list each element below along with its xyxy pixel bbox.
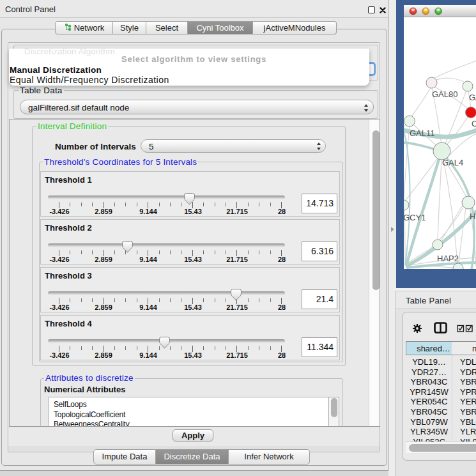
svg-text:GAL80: GAL80 [432,89,457,99]
svg-text:GA…: GA… [469,93,476,102]
svg-text:GAL11: GAL11 [410,128,435,138]
svg-text:GAL4: GAL4 [442,158,463,167]
svg-text:H: H [470,211,475,221]
svg-text:GCY1: GCY1 [404,213,426,222]
svg-text:C: C [472,119,476,128]
svg-text:HAP2: HAP2 [437,254,459,263]
